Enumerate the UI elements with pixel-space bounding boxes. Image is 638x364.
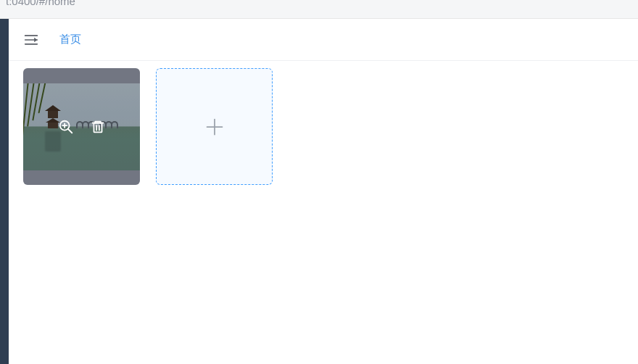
upload-area — [9, 61, 638, 192]
url-text: t:0400/#/home — [6, 0, 75, 7]
upload-add-slot[interactable] — [156, 68, 273, 185]
fold-menu-icon[interactable] — [23, 32, 39, 48]
plus-icon — [204, 117, 225, 137]
trash-icon[interactable] — [90, 119, 106, 135]
main-area: 首页 — [9, 19, 638, 364]
svg-rect-7 — [94, 123, 102, 132]
app-shell: 首页 — [0, 19, 638, 364]
collapsed-sidebar[interactable] — [0, 19, 9, 364]
browser-url-bar: t:0400/#/home — [0, 0, 638, 19]
zoom-in-icon[interactable] — [58, 119, 74, 135]
upload-thumbnail[interactable] — [23, 68, 140, 185]
breadcrumb[interactable]: 首页 — [59, 33, 81, 46]
thumbnail-hover-overlay — [23, 68, 140, 185]
top-bar: 首页 — [9, 19, 638, 61]
svg-line-4 — [67, 128, 72, 133]
